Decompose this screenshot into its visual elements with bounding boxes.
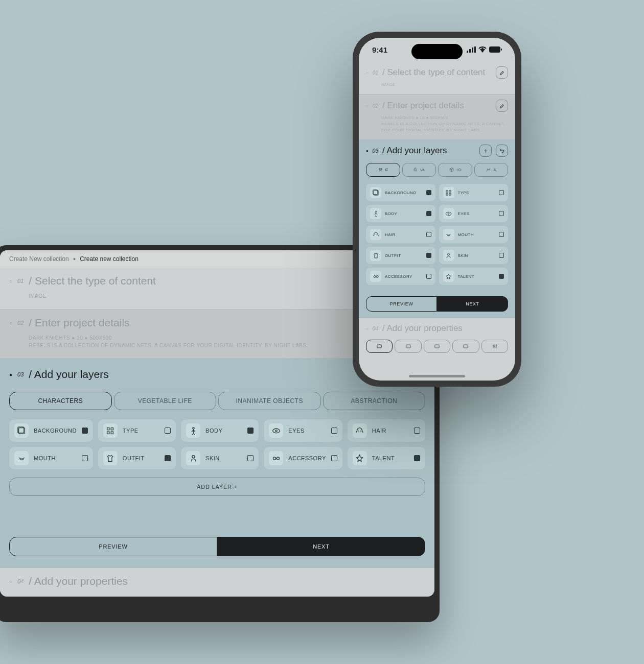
phone-step-2[interactable]: ○ 02 / Enter project details DARK KNIGHT… [359,94,515,139]
step-bullet: ● [366,149,369,153]
tab-inanimate-objects[interactable]: INANIMATE OBJECTS [218,392,321,410]
layer-label: EYES [458,211,496,216]
layer-talent[interactable]: TALENT [348,447,425,469]
layer-state-indicator [165,455,171,461]
layer-label: HAIR [372,428,409,434]
layer-hair[interactable]: HAIR [366,226,435,243]
phone-layer-grid: BACKGROUND TYPE BODY EYES HAIR MOUTH OUT… [366,184,508,285]
tab-characters[interactable]: CHARACTERS [9,392,112,410]
outfit-icon [370,250,381,261]
hair-icon [370,229,381,240]
step-3: ● 03 / Add your layers CHARACTERS VEGETA… [0,359,434,567]
step-bullet: ○ [9,278,12,284]
body-icon [370,208,381,219]
step-number: 02 [17,320,24,326]
layer-label: EYES [288,428,326,434]
tab-characters[interactable]: C [366,163,400,177]
layer-outfit[interactable]: OUTFIT [98,447,176,469]
step-number: 03 [373,148,378,154]
layer-label: ACCESSORY [288,455,326,461]
step-4[interactable]: ○ 04 / Add your properties [0,567,434,597]
svg-rect-15 [467,51,468,53]
phone-step-1[interactable]: ○ 01 / Select the type of content IMAGE [359,61,515,94]
undo-button[interactable] [496,145,508,157]
layer-state-indicator [426,232,431,237]
phone-category-tabs: C VL IO A [366,163,508,177]
layer-state-indicator [414,428,420,434]
step-bullet: ○ [9,320,12,326]
property-tab-2[interactable] [395,340,421,353]
skin-icon [443,250,454,261]
layer-body[interactable]: BODY [366,205,435,222]
layer-skin[interactable]: SKIN [181,447,259,469]
layer-label: OUTFIT [123,455,159,461]
mouth-icon [14,451,29,465]
tab-label: IO [456,168,461,172]
status-time: 9:41 [372,45,387,54]
layer-mouth[interactable]: MOUTH [439,226,509,243]
edit-button[interactable] [496,66,508,79]
tab-abstraction[interactable]: A [474,163,509,177]
svg-rect-16 [469,49,471,53]
layer-talent[interactable]: TALENT [439,268,509,285]
mouth-icon [443,229,454,240]
tab-abstraction[interactable]: ABSTRACTION [323,392,426,410]
tab-inanimate-objects[interactable]: IO [438,163,472,177]
tab-label: VL [420,168,426,172]
phone-step-4[interactable]: ○ 04 / Add your properties [359,318,515,359]
layer-outfit[interactable]: OUTFIT [366,247,435,264]
layer-state-indicator [499,274,504,279]
layer-label: BACKGROUND [385,191,423,195]
layer-eyes[interactable]: EYES [264,419,342,442]
layer-body[interactable]: BODY [181,419,259,442]
step-title: / Add your layers [29,368,108,381]
layer-background[interactable]: BACKGROUND [9,419,93,442]
talent-icon [353,451,367,465]
layer-accessory[interactable]: ACCESSORY [366,268,435,285]
tab-vegetable-life[interactable]: VL [402,163,436,177]
property-tab-5[interactable] [481,340,508,353]
add-layer-button[interactable]: ADD LAYER + [9,478,425,496]
layer-state-indicator [499,232,504,237]
step-title: / Add your properties [382,323,508,334]
layer-label: OUTFIT [385,253,423,258]
category-tabs: CHARACTERS VEGETABLE LIFE INANIMATE OBJE… [9,392,425,410]
eyes-icon [443,208,454,219]
preview-button[interactable]: PREVIEW [366,296,437,312]
svg-rect-17 [472,48,473,53]
step-bullet: ● [9,372,12,377]
layer-hair[interactable]: HAIR [348,419,425,442]
step-number: 04 [17,578,24,584]
phone-mockup: 9:41 ○ 01 / Select the type of content I… [353,32,521,387]
breadcrumb-parent[interactable]: Create New collection [9,255,69,263]
skin-icon [186,451,200,465]
layer-label: SKIN [205,455,242,461]
svg-rect-18 [474,46,476,53]
next-button[interactable]: NEXT [217,537,425,556]
layer-label: TYPE [458,191,496,195]
add-button[interactable] [479,145,492,157]
tab-vegetable-life[interactable]: VEGETABLE LIFE [114,392,217,410]
accessory-icon [269,451,283,465]
layer-skin[interactable]: SKIN [439,247,509,264]
accessory-icon [370,271,381,282]
property-tab-4[interactable] [452,340,479,353]
next-button[interactable]: NEXT [437,296,508,312]
preview-button[interactable]: PREVIEW [9,537,217,556]
step-meta-line: REBELS IS A COLLECTION OF DYNAMIC NFTS. … [381,121,508,133]
layer-label: BODY [205,428,242,434]
layer-type[interactable]: TYPE [439,184,509,201]
step-bullet: ○ [366,326,369,331]
layer-mouth[interactable]: MOUTH [9,447,93,469]
layer-state-indicator [331,428,337,434]
layer-accessory[interactable]: ACCESSORY [264,447,342,469]
property-tab-3[interactable] [424,340,450,353]
property-tab-1[interactable] [366,340,393,353]
button-row: PREVIEW NEXT [9,537,425,556]
layer-state-indicator [247,428,254,434]
type-icon [443,187,454,198]
layer-background[interactable]: BACKGROUND [366,184,435,201]
layer-eyes[interactable]: EYES [439,205,509,222]
edit-button[interactable] [496,100,508,112]
layer-type[interactable]: TYPE [98,419,176,442]
